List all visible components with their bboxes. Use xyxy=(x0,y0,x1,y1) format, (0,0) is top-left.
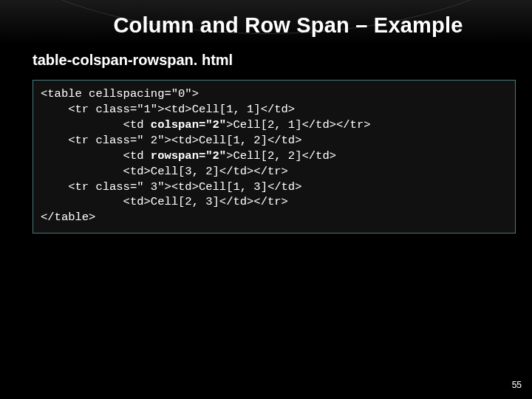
code-line-4: <tr class=" 2"><td>Cell[1, 2]</td> xyxy=(41,134,301,147)
code-line-1: <table cellspacing="0"> xyxy=(41,87,199,100)
code-box: <table cellspacing="0"> <tr class="1"><t… xyxy=(33,80,516,233)
slide-subtitle: table-colspan-rowspan. html xyxy=(33,52,233,69)
code-line-5a: <td xyxy=(41,149,151,163)
code-line-3c: >Cell[2, 1]</td></tr> xyxy=(226,118,370,132)
code-line-2: <tr class="1"><td>Cell[1, 1]</td> xyxy=(41,103,295,116)
code-colspan-keyword: colspan="2" xyxy=(151,118,226,132)
code-line-3a: <td xyxy=(41,118,151,132)
code-line-7: <tr class=" 3"><td>Cell[1, 3]</td> xyxy=(41,180,301,194)
page-number: 55 xyxy=(512,380,522,390)
code-line-8: <td>Cell[2, 3]</td></tr> xyxy=(41,195,288,208)
code-line-9: </table> xyxy=(41,211,95,224)
code-line-6: <td>Cell[3, 2]</td></tr> xyxy=(41,165,288,178)
code-rowspan-keyword: rowspan="2" xyxy=(151,149,226,163)
slide-title: Column and Row Span – Example xyxy=(0,13,532,38)
code-line-5c: >Cell[2, 2]</td> xyxy=(226,149,336,163)
